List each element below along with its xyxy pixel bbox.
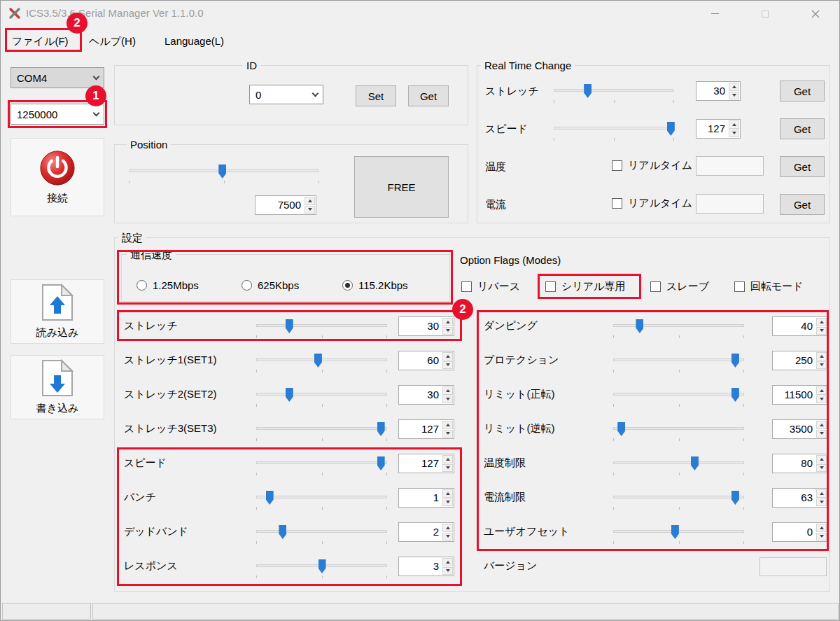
param-slider[interactable] — [256, 384, 387, 407]
param-slider[interactable] — [256, 487, 387, 510]
spinner-up-button[interactable] — [442, 421, 453, 429]
slider-track[interactable] — [256, 427, 387, 430]
rt-stretch-slider[interactable] — [554, 81, 674, 103]
slider-track[interactable] — [256, 496, 387, 498]
slider-track[interactable] — [554, 127, 674, 130]
slider-track[interactable] — [613, 324, 744, 327]
slider-thumb[interactable] — [691, 456, 699, 470]
spinner-value[interactable]: 127 — [696, 120, 728, 138]
spinner-down-button[interactable] — [442, 361, 453, 370]
slider-track[interactable] — [554, 89, 674, 92]
spinner-down-button[interactable] — [816, 533, 827, 541]
param-slider[interactable] — [256, 522, 387, 544]
spinner-value[interactable]: 30 — [399, 386, 442, 404]
slider-thumb[interactable] — [266, 491, 274, 505]
spinner-up-button[interactable] — [816, 352, 827, 361]
checkbox-reverse[interactable]: リバース — [461, 280, 520, 293]
id-get-button[interactable]: Get — [408, 85, 449, 106]
rt-stretch-get-button[interactable]: Get — [780, 81, 825, 102]
slider-thumb[interactable] — [218, 165, 226, 179]
spinner-value[interactable]: 63 — [773, 489, 816, 507]
spinner-up-button[interactable] — [816, 421, 827, 429]
slider-track[interactable] — [613, 427, 744, 430]
baud-rate-select[interactable]: 1250000 — [10, 104, 104, 125]
spinner-value[interactable]: 30 — [696, 82, 728, 100]
param-slider[interactable] — [613, 419, 744, 441]
slider-thumb[interactable] — [377, 422, 385, 436]
slider-thumb[interactable] — [732, 354, 739, 368]
rt-speed-get-button[interactable]: Get — [780, 118, 825, 139]
radio-115-2kbps[interactable]: 115.2Kbps — [342, 279, 408, 291]
slider-track[interactable] — [256, 461, 387, 464]
spinner-up-button[interactable] — [442, 524, 453, 532]
com-port-select[interactable]: COM4 — [10, 67, 104, 88]
slider-thumb[interactable] — [584, 84, 592, 98]
param-slider[interactable] — [613, 487, 744, 510]
menu-language[interactable]: Language(L) — [160, 33, 228, 49]
spinner-value[interactable]: 40 — [773, 317, 816, 335]
spinner-value[interactable]: 60 — [399, 351, 442, 370]
spinner-down-button[interactable] — [816, 361, 827, 370]
spinner-value[interactable]: 11500 — [773, 386, 816, 404]
spinner-up-button[interactable] — [442, 558, 453, 566]
param-slider[interactable] — [256, 316, 387, 338]
spinner-down-button[interactable] — [304, 206, 315, 214]
rt-temperature-value-box[interactable] — [696, 156, 764, 176]
spinner-down-button[interactable] — [816, 498, 827, 507]
rt-speed-slider[interactable] — [554, 118, 674, 141]
spinner-down-button[interactable] — [442, 498, 453, 507]
rt-current-value-box[interactable] — [696, 194, 764, 214]
spinner-down-button[interactable] — [729, 130, 739, 138]
spinner-up-button[interactable] — [442, 318, 453, 326]
spinner-value[interactable]: 7500 — [255, 196, 304, 214]
spinner-up-button[interactable] — [816, 318, 827, 326]
spinner-value[interactable]: 0 — [773, 523, 816, 541]
spinner-up-button[interactable] — [442, 489, 453, 498]
slider-thumb[interactable] — [667, 122, 675, 136]
spinner-up-button[interactable] — [304, 197, 315, 205]
rt-current-get-button[interactable]: Get — [780, 194, 825, 215]
spinner-up-button[interactable] — [816, 489, 827, 498]
spinner-value[interactable]: 250 — [773, 351, 816, 370]
free-button[interactable]: FREE — [354, 156, 449, 218]
minimize-button[interactable] — [701, 1, 729, 27]
spinner-down-button[interactable] — [442, 327, 453, 335]
slider-thumb[interactable] — [377, 456, 385, 470]
spinner-up-button[interactable] — [442, 455, 453, 463]
spinner-up-button[interactable] — [816, 524, 827, 532]
param-slider[interactable] — [613, 453, 744, 475]
spinner-up-button[interactable] — [816, 455, 827, 463]
spinner-up-button[interactable] — [442, 386, 453, 395]
rt-current-realtime-checkbox[interactable]: リアルタイム — [612, 197, 692, 210]
slider-thumb[interactable] — [636, 319, 643, 333]
menu-file[interactable]: ファイル(F) — [8, 33, 73, 50]
slider-track[interactable] — [613, 461, 744, 464]
param-slider[interactable] — [613, 350, 744, 372]
rt-temperature-realtime-checkbox[interactable]: リアルタイム — [612, 159, 692, 172]
param-slider[interactable] — [613, 384, 744, 407]
param-slider[interactable] — [256, 453, 387, 475]
param-slider[interactable] — [256, 556, 387, 578]
id-select[interactable]: 0 — [249, 85, 323, 104]
spinner-down-button[interactable] — [442, 430, 453, 438]
spinner-down-button[interactable] — [816, 327, 827, 335]
spinner-value[interactable]: 3 — [399, 557, 442, 575]
spinner-down-button[interactable] — [729, 92, 739, 100]
spinner-value[interactable]: 1 — [399, 489, 442, 507]
param-slider[interactable] — [256, 350, 387, 372]
slider-track[interactable] — [256, 393, 387, 396]
spinner-down-button[interactable] — [816, 464, 827, 473]
spinner-up-button[interactable] — [729, 120, 739, 129]
menu-help[interactable]: ヘルプ(H) — [85, 33, 140, 50]
checkbox-serial-only[interactable]: シリアル専用 — [545, 280, 625, 293]
slider-track[interactable] — [256, 324, 387, 327]
spinner-value[interactable]: 3500 — [773, 420, 816, 438]
close-button[interactable] — [802, 1, 830, 27]
slider-track[interactable] — [613, 393, 744, 396]
position-slider[interactable] — [129, 161, 319, 183]
id-set-button[interactable]: Set — [356, 85, 396, 106]
param-slider[interactable] — [613, 522, 744, 544]
spinner-value[interactable]: 30 — [399, 317, 442, 335]
radio-625kbps[interactable]: 625Kbps — [241, 279, 299, 291]
rt-temperature-get-button[interactable]: Get — [780, 156, 825, 177]
